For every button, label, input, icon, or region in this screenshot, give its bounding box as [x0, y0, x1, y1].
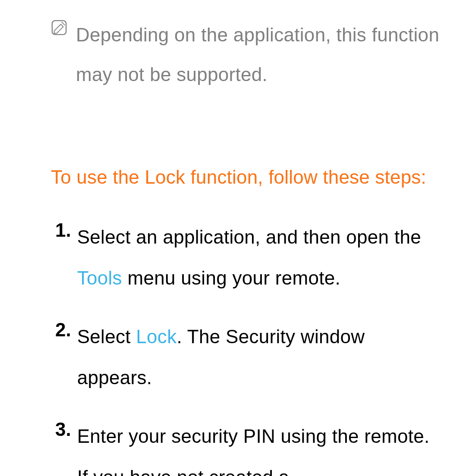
step-text: Select Lock. The Security window appears… — [77, 316, 444, 398]
note-icon — [51, 19, 67, 36]
steps-list: 1. Select an application, and then open … — [51, 217, 444, 476]
note-text: Depending on the application, this funct… — [76, 15, 444, 95]
step-item-2: 2. Select Lock. The Security window appe… — [51, 316, 444, 398]
step-number: 1. — [55, 217, 71, 244]
note-block: Depending on the application, this funct… — [51, 15, 444, 95]
page-content: Depending on the application, this funct… — [0, 0, 466, 476]
step-number: 2. — [55, 316, 71, 343]
step-text-before: Select an application, and then open the — [77, 226, 421, 247]
section-heading: To use the Lock function, follow these s… — [51, 155, 444, 199]
svg-line-1 — [62, 22, 65, 25]
step-item-1: 1. Select an application, and then open … — [51, 217, 444, 298]
step-text-before: Enter your security PIN using the remote… — [77, 426, 430, 476]
step-text: Enter your security PIN using the remote… — [77, 416, 444, 476]
step-item-3: 3. Enter your security PIN using the rem… — [51, 416, 444, 476]
step-number: 3. — [55, 416, 71, 443]
tools-link: Tools — [77, 267, 122, 288]
lock-link: Lock — [136, 326, 176, 347]
step-text: Select an application, and then open the… — [77, 217, 444, 298]
step-text-after: menu using your remote. — [122, 267, 340, 288]
step-text-before: Select — [77, 326, 136, 347]
